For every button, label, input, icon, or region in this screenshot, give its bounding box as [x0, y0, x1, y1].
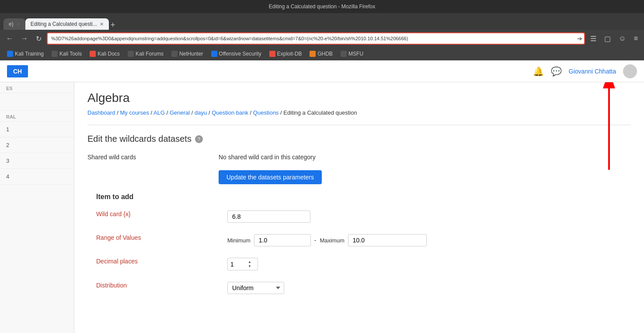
- bookmark-nethunter[interactable]: NetHunter: [168, 49, 207, 58]
- navigate-button[interactable]: ➔: [577, 35, 582, 42]
- tab-label-active: Editing a Calculated questi...: [31, 21, 97, 27]
- page-title: Algebra: [87, 91, 631, 105]
- spinner-up[interactable]: ▲: [248, 260, 251, 264]
- shared-wildcards-row: Shared wild cards No shared wild card in…: [87, 151, 631, 184]
- breadcrumb-alg[interactable]: ALG: [153, 109, 165, 116]
- range-row: Range of Values Minimum - Maximum: [96, 231, 631, 246]
- help-icon[interactable]: ?: [195, 135, 203, 143]
- tab-close-active[interactable]: ✕: [100, 21, 104, 27]
- sidebar-num-4: 4: [6, 173, 9, 180]
- sidebar-item-2[interactable]: 2: [0, 137, 74, 153]
- sidebar: es ral 1 2 3 4: [0, 82, 74, 333]
- address-bar[interactable]: [47, 32, 585, 45]
- bookmark-msfu[interactable]: MSFU: [337, 49, 367, 58]
- breadcrumb-general[interactable]: General: [170, 109, 190, 116]
- min-label: Minimum: [227, 237, 251, 244]
- update-datasets-button[interactable]: Update the datasets parameters: [219, 170, 322, 184]
- range-separator: -: [314, 237, 317, 244]
- distribution-row: Distribution Uniform Loguniform: [96, 279, 631, 294]
- distribution-select[interactable]: Uniform Loguniform: [227, 282, 284, 294]
- profile-button[interactable]: ☺: [616, 33, 628, 44]
- refresh-button[interactable]: ↻: [33, 33, 44, 45]
- notification-icon[interactable]: 🔔: [533, 66, 544, 77]
- tab-bar: e) ✕ Editing a Calculated questi... ✕ +: [0, 13, 644, 30]
- range-inputs: Minimum - Maximum: [227, 234, 631, 246]
- bookmarks-bar: Kali Training Kali Tools Kali Docs Kali …: [0, 47, 644, 60]
- sidebar-item-4[interactable]: 4: [0, 169, 74, 185]
- breadcrumb-current: Editing a Calculated question: [283, 109, 357, 116]
- sidebar-num-2: 2: [6, 142, 9, 148]
- item-to-add-section: Item to add Wild card {x} Range of Value…: [96, 193, 631, 294]
- sidebar-label-es: es: [0, 82, 74, 93]
- sidebar-item-3[interactable]: 3: [0, 153, 74, 169]
- wildcard-value-container: [227, 208, 631, 223]
- sidebar-num-1: 1: [6, 126, 9, 133]
- spinner-arrows[interactable]: ▲ ▼: [248, 260, 251, 268]
- kali-training-favicon: [7, 51, 13, 57]
- bookmark-nethunter-label: NetHunter: [179, 51, 203, 57]
- chat-icon[interactable]: 💬: [551, 66, 562, 77]
- kali-docs-favicon: [90, 51, 96, 57]
- wildcard-input[interactable]: [227, 210, 310, 223]
- max-input[interactable]: [348, 234, 427, 246]
- item-to-add-title: Item to add: [96, 193, 631, 201]
- sidebar-toggle[interactable]: ▢: [602, 33, 613, 45]
- bookmark-exploit-db[interactable]: Exploit-DB: [266, 49, 306, 58]
- wildcard-row: Wild card {x}: [96, 208, 631, 223]
- msfu-favicon: [341, 51, 347, 57]
- breadcrumb-mycourses[interactable]: My courses: [120, 109, 149, 116]
- back-button[interactable]: ←: [3, 33, 16, 44]
- bookmark-kali-docs-label: Kali Docs: [97, 51, 120, 57]
- spinner-down[interactable]: ▼: [248, 264, 251, 269]
- new-tab-button[interactable]: +: [111, 21, 115, 30]
- sidebar-num-3: 3: [6, 158, 9, 164]
- kali-forums-favicon: [128, 51, 134, 57]
- user-avatar[interactable]: [623, 64, 637, 78]
- ghdb-favicon: [310, 51, 316, 57]
- decimal-row: Decimal places ▲ ▼: [96, 255, 631, 270]
- distribution-value-container: Uniform Loguniform: [227, 279, 631, 294]
- forward-button[interactable]: →: [18, 33, 31, 44]
- range-label: Range of Values: [96, 231, 227, 241]
- breadcrumb-dashboard[interactable]: Dashboard: [87, 109, 115, 116]
- bookmark-kali-tools-label: Kali Tools: [59, 51, 82, 57]
- tab-active[interactable]: Editing a Calculated questi... ✕: [25, 18, 109, 30]
- bookmark-kali-training[interactable]: Kali Training: [3, 49, 47, 58]
- window-title: Editing a Calculated question - Mozilla …: [269, 4, 375, 10]
- bookmark-offsec[interactable]: Offensive Security: [208, 49, 265, 58]
- extensions-button[interactable]: ☰: [588, 33, 599, 45]
- max-label: Maximum: [320, 237, 344, 244]
- breadcrumb-dayu[interactable]: dayu: [195, 109, 207, 116]
- shared-wildcards-value: No shared wild card in this category Upd…: [219, 151, 631, 184]
- shared-wildcards-text: No shared wild card in this category: [219, 154, 631, 161]
- address-bar-container: ➔: [47, 32, 585, 45]
- decimal-input[interactable]: [230, 261, 248, 268]
- bookmark-kali-forums-label: Kali Forums: [136, 51, 164, 57]
- menu-button[interactable]: ≡: [631, 33, 641, 44]
- moodle-brand[interactable]: CH: [7, 65, 28, 77]
- tab-inactive[interactable]: e) ✕: [3, 18, 25, 30]
- bookmark-msfu-label: MSFU: [348, 51, 363, 57]
- tab-close-inactive[interactable]: ✕: [16, 21, 20, 27]
- wildcard-label: Wild card {x}: [96, 208, 227, 217]
- section-title-text: Edit the wildcards datasets: [87, 134, 191, 144]
- user-name[interactable]: Giovanni Chhatta: [569, 68, 616, 75]
- min-input[interactable]: [254, 234, 311, 246]
- exploit-db-favicon: [269, 51, 275, 57]
- offsec-favicon: [211, 51, 217, 57]
- bookmark-kali-tools[interactable]: Kali Tools: [48, 49, 85, 58]
- bookmark-kali-docs[interactable]: Kali Docs: [86, 49, 123, 58]
- breadcrumb-question-bank[interactable]: Question bank: [212, 109, 248, 116]
- breadcrumb-questions[interactable]: Questions: [253, 109, 279, 116]
- nethunter-favicon: [171, 51, 178, 57]
- title-bar: Editing a Calculated question - Mozilla …: [0, 0, 644, 13]
- decimal-spinner: ▲ ▼: [227, 258, 258, 270]
- distribution-label: Distribution: [96, 279, 227, 289]
- bookmark-ghdb[interactable]: GHDB: [306, 49, 336, 58]
- main-content: Algebra Dashboard / My courses / ALG / G…: [74, 82, 644, 333]
- decimal-label: Decimal places: [96, 255, 227, 265]
- divider: [87, 125, 631, 125]
- bookmark-kali-forums[interactable]: Kali Forums: [124, 49, 167, 58]
- sidebar-item-1[interactable]: 1: [0, 122, 74, 137]
- bookmark-ghdb-label: GHDB: [317, 51, 333, 57]
